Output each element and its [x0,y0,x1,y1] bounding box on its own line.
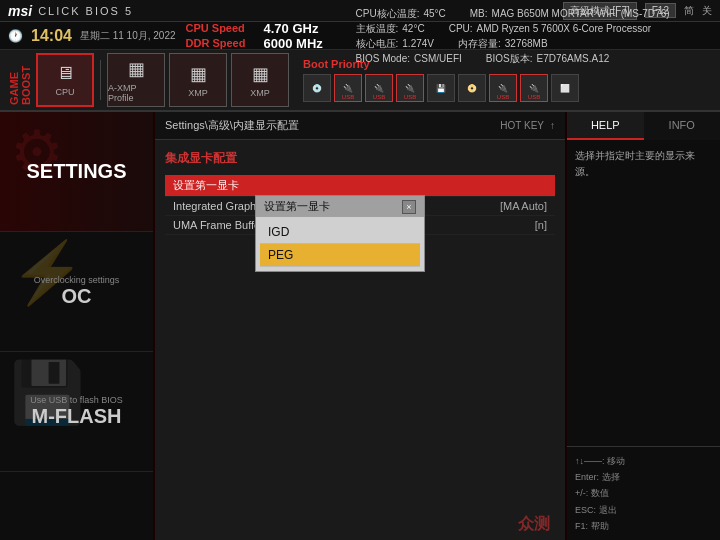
mb-info-area: CPU核心温度: 45°C MB: MAG B650M MORTAR WIFI … [336,6,712,66]
xmp1-icon: ▦ [190,63,207,85]
boot-items-list: 💿 🔌USB 🔌USB 🔌USB 💾 📀 🔌USB 🔌USB ⬜ [303,74,712,102]
gameboost-bar: GAME BOOST 🖥 CPU ▦ A-XMP Profile ▦ XMP ▦… [0,50,720,112]
cpu-speed-value: 4.70 GHz [264,21,319,36]
boot-item-8[interactable]: 🔌USB [520,74,548,102]
ddr-speed-value: 6000 MHz [264,36,323,51]
oc-label: OC [62,285,92,308]
boot-item-2[interactable]: 🔌USB [334,74,362,102]
boot-item-3[interactable]: 🔌USB [365,74,393,102]
msi-logo: msi [8,3,32,19]
sidebar-item-oc[interactable]: ⚡ Overclocking settings OC [0,232,153,352]
bios-product-name: CLICK BIOS 5 [38,5,133,17]
main-content: ⚙ SETTINGS ⚡ Overclocking settings OC 💾 … [0,112,720,540]
mflash-sublabel: Use USB to flash BIOS [30,395,123,405]
boost-divider-1 [100,60,101,100]
sidebar-item-mflash[interactable]: 💾 Use USB to flash BIOS M-FLASH [0,352,153,472]
footer-esc: ESC: 退出 [575,502,712,518]
mflash-label: M-FLASH [32,405,122,428]
core-voltage-label: 核心电压: [356,36,399,51]
hotkey-area: HOT KEY ↑ [500,120,555,131]
row-2-value: [n] [535,219,547,231]
footer-f1: F1: 帮助 [575,518,712,534]
core-voltage-value: 1.274V [402,36,434,51]
xmp1-btn-label: XMP [188,88,208,98]
settings-label: SETTINGS [26,160,126,183]
sidebar-item-settings[interactable]: ⚙ SETTINGS [0,112,153,232]
xmp2-icon: ▦ [252,63,269,85]
cpu-speed-row: CPU Speed 4.70 GHz [186,21,336,36]
watermark: 众测 [518,514,550,535]
row-1-value: [MA Auto] [500,200,547,212]
dialog-option-igd[interactable]: IGD [260,221,420,244]
row-2-label: UMA Frame Buffer [173,219,264,231]
xmp2-boost-button[interactable]: ▦ XMP [231,53,289,107]
row-0-label: 设置第一显卡 [173,178,239,193]
xmp1-boost-button[interactable]: ▦ XMP [169,53,227,107]
gameboost-label: GAME BOOST [8,55,32,105]
cpu-icon: 🖥 [56,63,74,84]
boot-item-5[interactable]: 💾 [427,74,455,102]
boot-item-7[interactable]: 🔌USB [489,74,517,102]
dialog-option-peg[interactable]: PEG [260,244,420,267]
boot-priority-label: Boot Priority [303,58,712,70]
speed-area: CPU Speed 4.70 GHz DDR Speed 6000 MHz [176,21,336,51]
logo-area: msi CLICK BIOS 5 [8,3,133,19]
back-icon[interactable]: ↑ [550,120,555,131]
cpu-btn-label: CPU [55,87,74,97]
axmp-btn-label: A-XMP Profile [108,83,164,103]
ddr-speed-row: DDR Speed 6000 MHz [186,36,336,51]
breadcrumb: Settings\高级\内建显示配置 [165,118,299,133]
footer-enter: Enter: 选择 [575,469,712,485]
cpu-value: AMD Ryzen 5 7600X 6-Core Processor [477,21,652,36]
dialog-options: IGD PEG [256,217,424,271]
clock-icon: 🕐 [8,29,23,43]
memory-icon: ▦ [128,58,145,80]
mb-temp-row: 主板温度: 42°C CPU: AMD Ryzen 5 7600X 6-Core… [356,21,712,36]
mem-value: 32768MB [505,36,548,51]
right-help-content: 选择并指定时主要的显示来源。 [567,140,720,446]
xmp2-btn-label: XMP [250,88,270,98]
boot-item-6[interactable]: 📀 [458,74,486,102]
footer-move: ↑↓——: 移动 [575,453,712,469]
dialog-close-button[interactable]: × [402,200,416,214]
settings-content: 集成显卡配置 设置第一显卡 Integrated Graphics [MA Au… [155,140,565,540]
content-area: Settings\高级\内建显示配置 HOT KEY ↑ 集成显卡配置 设置第一… [155,112,565,540]
dropdown-dialog: 设置第一显卡 × IGD PEG [255,195,425,272]
tab-info[interactable]: INFO [644,112,721,140]
clock-area: 🕐 14:04 星期二 11 10月, 2022 [8,27,176,45]
cpu-temp-value: 45°C [423,6,445,21]
breadcrumb-bar: Settings\高级\内建显示配置 HOT KEY ↑ [155,112,565,140]
settings-section-title: 集成显卡配置 [165,150,555,167]
mb-value: MAG B650M MORTAR WIFI (MS-7D76) [492,6,670,21]
dialog-titlebar: 设置第一显卡 × [256,196,424,217]
cpu-temp-row: CPU核心温度: 45°C MB: MAG B650M MORTAR WIFI … [356,6,712,21]
cpu-temp-label: CPU核心温度: [356,6,420,21]
cpu-boost-button[interactable]: 🖥 CPU [36,53,94,107]
boot-priority-section: Boot Priority 💿 🔌USB 🔌USB 🔌USB 💾 📀 🔌USB … [293,58,712,102]
right-footer: ↑↓——: 移动 Enter: 选择 +/-: 数值 ESC: 退出 F1: 帮… [567,446,720,540]
dialog-title: 设置第一显卡 [264,199,330,214]
hotkey-label: HOT KEY [500,120,544,131]
axmp-boost-button[interactable]: ▦ A-XMP Profile [107,53,165,107]
settings-row-0[interactable]: 设置第一显卡 [165,175,555,197]
mb-temp-label: 主板温度: [356,21,399,36]
time-display: 14:04 [31,27,72,45]
date-display: 星期二 11 10月, 2022 [80,29,176,43]
mb-label: MB: [470,6,488,21]
cpu-label: CPU: [449,21,473,36]
footer-plusminus: +/-: 数值 [575,485,712,501]
tab-help[interactable]: HELP [567,112,644,140]
boot-item-4[interactable]: 🔌USB [396,74,424,102]
right-tabs: HELP INFO [567,112,720,140]
mem-label: 内存容量: [458,36,501,51]
sidebar: ⚙ SETTINGS ⚡ Overclocking settings OC 💾 … [0,112,155,540]
core-voltage-row: 核心电压: 1.274V 内存容量: 32768MB [356,36,712,51]
ddr-speed-label: DDR Speed [186,37,256,49]
boot-item-1[interactable]: 💿 [303,74,331,102]
info-bar: 🕐 14:04 星期二 11 10月, 2022 CPU Speed 4.70 … [0,22,720,50]
oc-sublabel: Overclocking settings [34,275,120,285]
cpu-speed-label: CPU Speed [186,22,256,34]
boot-item-9[interactable]: ⬜ [551,74,579,102]
right-panel: HELP INFO 选择并指定时主要的显示来源。 ↑↓——: 移动 Enter:… [565,112,720,540]
mb-temp-value: 42°C [402,21,424,36]
